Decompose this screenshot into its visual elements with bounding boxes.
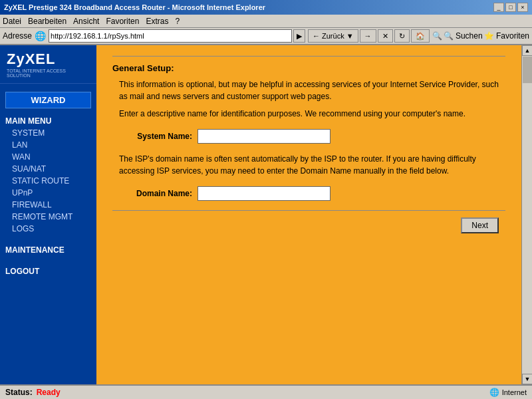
wizard-button[interactable]: WIZARD: [5, 92, 91, 108]
sidebar-logo: ZyXEL TOTAL INTERNET ACCESS SOLUTION: [0, 45, 96, 84]
minimize-button[interactable]: _: [493, 3, 504, 12]
nav-buttons: ← Zurück ▼ → ✕ ↻ 🏠: [308, 29, 430, 43]
back-button[interactable]: ← Zurück ▼: [308, 29, 358, 43]
logo-zyxel: ZyXEL: [7, 51, 90, 68]
menu-favoriten[interactable]: Favoriten: [106, 17, 139, 26]
window-controls[interactable]: _ □ ×: [493, 3, 528, 12]
domain-name-input[interactable]: [198, 186, 331, 201]
sidebar-item-static-route[interactable]: STATIC ROUTE: [0, 175, 96, 187]
sidebar-item-firewall[interactable]: FIREWALL: [0, 199, 96, 211]
scroll-up-button[interactable]: ▲: [522, 45, 532, 56]
top-divider: [112, 56, 505, 57]
stop-button[interactable]: ✕: [378, 29, 393, 43]
logo-tagline: TOTAL INTERNET ACCESS SOLUTION: [7, 68, 90, 78]
favorites-label: ⭐ Favoriten: [484, 31, 529, 41]
status-value: Ready: [37, 388, 61, 397]
system-name-label: System Name:: [112, 132, 192, 141]
info-paragraph-2: Enter a descriptive name for identificat…: [112, 108, 505, 120]
address-input[interactable]: [49, 29, 292, 43]
address-input-wrap: ▶: [49, 29, 305, 43]
internet-label: Internet: [502, 388, 527, 396]
sidebar-item-wan[interactable]: WAN: [0, 151, 96, 163]
bottom-divider: [112, 210, 505, 211]
main-layout: ZyXEL TOTAL INTERNET ACCESS SOLUTION WIZ…: [0, 45, 532, 384]
section-title: General Setup:: [112, 63, 505, 73]
menu-datei[interactable]: Datei: [3, 17, 21, 26]
maximize-button[interactable]: □: [505, 3, 516, 12]
sidebar-item-remote-mgmt[interactable]: REMOTE MGMT: [0, 211, 96, 223]
sidebar-item-system[interactable]: SYSTEM: [0, 127, 96, 139]
menu-extras[interactable]: Extras: [146, 17, 168, 26]
forward-button[interactable]: →: [360, 29, 376, 43]
title-bar: ZyXEL Prestige 324 Broadband Access Rout…: [0, 0, 532, 15]
nav-header-main-menu: MAIN MENU: [0, 112, 96, 127]
content-area: General Setup: This information is optio…: [96, 45, 521, 384]
next-btn-row: Next: [112, 217, 505, 233]
status-label: Status:: [5, 388, 33, 397]
menu-bar: Datei Bearbeiten Ansicht Favoriten Extra…: [0, 15, 532, 28]
address-bar: Adresse 🌐 ▶ ← Zurück ▼ → ✕ ↻ 🏠 🔍 🔍 Suche…: [0, 28, 532, 45]
page-icon: 🌐: [35, 31, 46, 41]
refresh-button[interactable]: ↻: [394, 29, 410, 43]
home-button[interactable]: 🏠: [411, 29, 430, 43]
scroll-down-button[interactable]: ▼: [522, 374, 532, 384]
domain-name-label: Domain Name:: [112, 189, 192, 198]
internet-icon: 🌐: [489, 388, 499, 397]
next-button[interactable]: Next: [461, 217, 499, 233]
sidebar-item-upnp[interactable]: UPnP: [0, 187, 96, 199]
content-inner: General Setup: This information is optio…: [96, 45, 521, 384]
scroll-thumb[interactable]: [523, 57, 532, 83]
nav-header-maintenance[interactable]: MAINTENANCE: [0, 241, 96, 256]
scroll-track: [522, 56, 532, 374]
address-go-button[interactable]: ▶: [293, 29, 305, 43]
search-area: 🔍 🔍 Suchen ⭐ Favoriten: [432, 31, 529, 41]
menu-ansicht[interactable]: Ansicht: [73, 17, 99, 26]
search-icon: 🔍: [432, 31, 442, 41]
status-bar: Status: Ready 🌐 Internet: [0, 384, 532, 399]
address-label: Adresse: [3, 31, 32, 41]
nav-top: MAIN MENU SYSTEM LAN WAN SUA/NAT STATIC …: [0, 112, 96, 277]
menu-bearbeiten[interactable]: Bearbeiten: [28, 17, 66, 26]
close-button[interactable]: ×: [517, 3, 528, 12]
system-name-row: System Name:: [112, 129, 505, 144]
sidebar-nav: WIZARD MAIN MENU SYSTEM LAN WAN SUA/NAT …: [0, 84, 96, 281]
sidebar-item-suanat[interactable]: SUA/NAT: [0, 163, 96, 175]
status-right: 🌐 Internet: [489, 388, 527, 397]
system-name-input[interactable]: [198, 129, 331, 144]
sidebar-item-logs[interactable]: LOGS: [0, 223, 96, 235]
sidebar: ZyXEL TOTAL INTERNET ACCESS SOLUTION WIZ…: [0, 45, 96, 384]
scrollbar[interactable]: ▲ ▼: [521, 45, 532, 384]
info-paragraph-1: This information is optional, but may be…: [112, 78, 505, 102]
sidebar-item-lan[interactable]: LAN: [0, 139, 96, 151]
search-label: 🔍 Suchen: [444, 31, 483, 41]
menu-help[interactable]: ?: [175, 17, 180, 26]
info-paragraph-3: The ISP's domain name is often sent auto…: [112, 153, 505, 177]
window-title: ZyXEL Prestige 324 Broadband Access Rout…: [4, 3, 265, 11]
domain-name-row: Domain Name:: [112, 186, 505, 201]
nav-header-logout[interactable]: LOGOUT: [0, 263, 96, 277]
